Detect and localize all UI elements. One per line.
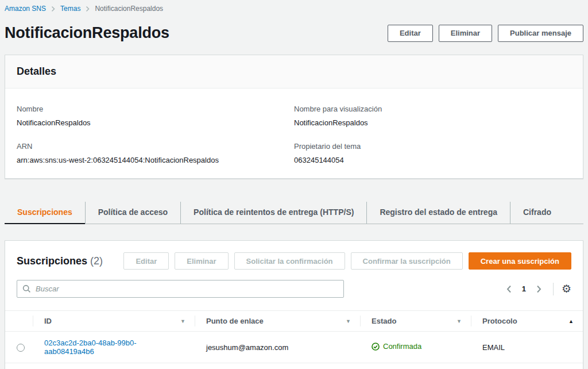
- topic-tabs: Suscripciones Política de acceso Polític…: [5, 202, 583, 224]
- status-text: Confirmada: [383, 342, 421, 351]
- field-value: 063245144054: [294, 156, 571, 164]
- edit-topic-button[interactable]: Editar: [388, 25, 433, 42]
- request-confirmation-button[interactable]: Solicitar la confirmación: [234, 252, 345, 270]
- subscriptions-title-text: Suscripciones: [17, 255, 87, 267]
- filter-row: 1 ⚙: [5, 275, 583, 308]
- table-row: d81e5c85-1c39-42a5-b393-7ec3341a5158 +52…: [5, 363, 583, 369]
- publish-message-button[interactable]: Publicar mensaje: [498, 25, 583, 42]
- column-header-select: [5, 311, 33, 332]
- tab-registro-estado-entrega[interactable]: Registro del estado de entrega: [367, 202, 510, 224]
- confirm-subscription-button[interactable]: Confirmar la suscripción: [351, 252, 463, 270]
- details-column-left: Nombre NotificacionRespaldos ARN arn:aws…: [17, 105, 294, 164]
- table-header-row: ID ▼ Punto de enlace ▼ Estado ▼: [5, 311, 583, 332]
- details-column-right: Nombre para visualización NotificacionRe…: [294, 105, 571, 164]
- subscription-actions: Editar Eliminar Solicitar la confirmació…: [123, 252, 571, 270]
- field-label: Nombre: [17, 105, 294, 113]
- tab-politica-de-reintentos[interactable]: Política de reintentos de entrega (HTTP/…: [181, 202, 367, 224]
- sns-topic-page: Amazon SNS Temas NotificacionRespaldos N…: [0, 0, 588, 369]
- details-body: Nombre NotificacionRespaldos ARN arn:aws…: [5, 89, 583, 178]
- field-value: NotificacionRespaldos: [17, 118, 294, 127]
- chevron-right-icon: [536, 285, 541, 293]
- pagination-divider: [553, 283, 554, 295]
- tab-cifrado[interactable]: Cifrado: [510, 202, 564, 224]
- column-header-endpoint[interactable]: Punto de enlace ▼: [195, 311, 360, 332]
- field-display-name: Nombre para visualización NotificacionRe…: [294, 105, 571, 127]
- breadcrumb: Amazon SNS Temas NotificacionRespaldos: [5, 5, 583, 13]
- subscriptions-panel: Suscripciones (2) Editar Eliminar Solici…: [5, 240, 583, 369]
- details-panel-header: Detalles: [5, 55, 583, 89]
- sort-ascending-icon: ▲: [568, 318, 574, 324]
- breadcrumb-link-amazon-sns[interactable]: Amazon SNS: [5, 5, 46, 13]
- tab-suscripciones[interactable]: Suscripciones: [5, 202, 86, 224]
- protocol-cell: EMAIL: [482, 343, 505, 352]
- page-header: NotificacionRespaldos Editar Eliminar Pu…: [5, 24, 583, 42]
- field-value: NotificacionRespaldos: [294, 118, 571, 127]
- field-label: Nombre para visualización: [294, 105, 571, 113]
- subscriptions-toolbar: Suscripciones (2) Editar Eliminar Solici…: [5, 241, 583, 275]
- breadcrumb-link-temas[interactable]: Temas: [60, 5, 80, 13]
- column-label: Protocolo: [482, 317, 517, 325]
- table-row: 02c3ac2d-2ba0-48ab-99b0-aab08419a4b6 jes…: [5, 332, 583, 363]
- field-nombre: Nombre NotificacionRespaldos: [17, 105, 294, 127]
- check-circle-icon: [372, 343, 380, 351]
- field-label: Propietario del tema: [294, 142, 571, 151]
- current-page-number[interactable]: 1: [517, 285, 531, 293]
- chevron-left-icon: [506, 285, 512, 293]
- subscriptions-count: (2): [90, 255, 103, 267]
- delete-subscription-button[interactable]: Eliminar: [175, 252, 228, 270]
- edit-subscription-button[interactable]: Editar: [123, 252, 169, 270]
- status-badge: Confirmada: [372, 342, 421, 351]
- field-label: ARN: [17, 142, 294, 151]
- sort-descending-icon: ▼: [346, 318, 351, 324]
- next-page-button[interactable]: [533, 283, 545, 295]
- subscriptions-title: Suscripciones (2): [17, 255, 103, 267]
- sort-descending-icon: ▼: [180, 318, 185, 324]
- page-title: NotificacionRespaldos: [5, 24, 169, 42]
- chevron-right-icon: [51, 6, 55, 12]
- settings-gear-icon[interactable]: ⚙: [562, 283, 571, 294]
- previous-page-button[interactable]: [503, 283, 515, 295]
- column-header-protocol[interactable]: Protocolo ▲: [471, 311, 583, 332]
- breadcrumb-current: NotificacionRespaldos: [95, 5, 163, 13]
- column-label: Estado: [372, 317, 396, 325]
- search-icon: [22, 285, 31, 295]
- delete-topic-button[interactable]: Eliminar: [439, 25, 492, 42]
- sort-descending-icon: ▼: [457, 318, 462, 324]
- create-subscription-button[interactable]: Crear una suscripción: [469, 252, 571, 270]
- subscription-id-link[interactable]: 02c3ac2d-2ba0-48ab-99b0-aab08419a4b6: [44, 339, 136, 356]
- field-topic-owner: Propietario del tema 063245144054: [294, 142, 571, 164]
- search-input[interactable]: [17, 280, 344, 298]
- tab-politica-de-acceso[interactable]: Política de acceso: [86, 202, 181, 224]
- column-label: ID: [44, 317, 52, 325]
- details-panel: Detalles Nombre NotificacionRespaldos AR…: [5, 55, 583, 179]
- column-header-id[interactable]: ID ▼: [33, 311, 195, 332]
- details-title: Detalles: [17, 66, 571, 78]
- row-select-radio[interactable]: [17, 344, 25, 352]
- pagination: 1 ⚙: [503, 283, 571, 295]
- field-value: arn:aws:sns:us-west-2:063245144054:Notif…: [17, 156, 294, 164]
- chevron-right-icon: [86, 6, 90, 12]
- subscriptions-table: ID ▼ Punto de enlace ▼ Estado ▼: [5, 310, 583, 369]
- topic-actions: Editar Eliminar Publicar mensaje: [388, 25, 583, 42]
- endpoint-cell: jesushum@amazon.com: [206, 343, 288, 352]
- column-label: Punto de enlace: [206, 317, 264, 325]
- field-arn: ARN arn:aws:sns:us-west-2:063245144054:N…: [17, 142, 294, 164]
- search-box: [17, 280, 344, 298]
- column-header-status[interactable]: Estado ▼: [360, 311, 471, 332]
